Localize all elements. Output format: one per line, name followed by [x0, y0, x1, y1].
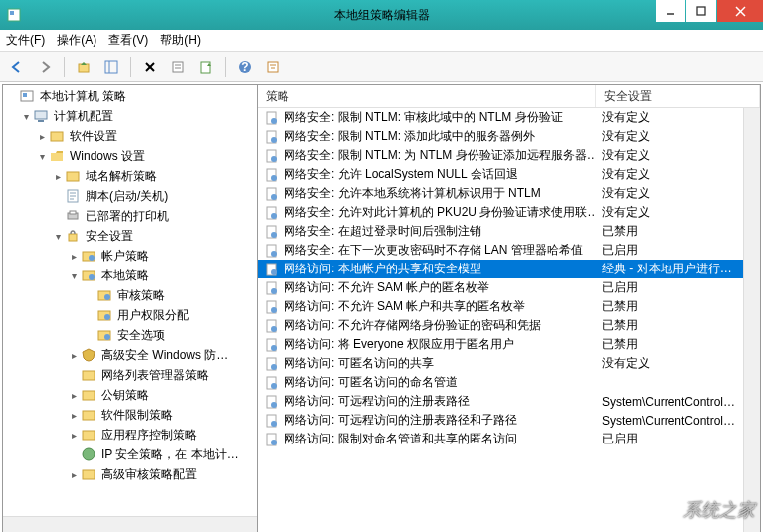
list-row[interactable]: 网络安全: 在超过登录时间后强制注销已禁用: [258, 222, 760, 241]
list-row[interactable]: 网络访问: 可匿名访问的共享没有定义: [258, 354, 760, 373]
show-tree-button[interactable]: [100, 56, 122, 78]
list-row[interactable]: 网络安全: 限制 NTLM: 审核此域中的 NTLM 身份验证没有定义: [258, 108, 760, 127]
delete-button[interactable]: [139, 56, 161, 78]
collapse-icon[interactable]: ▾: [67, 270, 81, 281]
forward-button[interactable]: [34, 56, 56, 78]
up-button[interactable]: [73, 56, 95, 78]
folder-icon: [65, 168, 81, 184]
back-button[interactable]: [6, 56, 28, 78]
tree-node-local-policy[interactable]: ▾ 本地策略: [3, 266, 257, 285]
list-row[interactable]: 网络访问: 不允许存储网络身份验证的密码和凭据已禁用: [258, 316, 760, 335]
policy-text: 网络安全: 限制 NTLM: 为 NTLM 身份验证添加远程服务器…: [284, 147, 596, 164]
policy-icon: [264, 413, 280, 429]
setting-cell: 经典 - 对本地用户进行…: [596, 261, 760, 277]
expand-icon[interactable]: ▸: [67, 251, 81, 262]
collapse-icon[interactable]: ▾: [19, 111, 33, 122]
list-row[interactable]: 网络访问: 可远程访问的注册表路径和子路径System\CurrentContr…: [258, 411, 760, 430]
list-row[interactable]: 网络安全: 允许对此计算机的 PKU2U 身份验证请求使用联…没有定义: [258, 203, 760, 222]
tree-node-user-rights[interactable]: ▸ 用户权限分配: [3, 305, 257, 325]
tree-node-deployed-printers[interactable]: ▸ 已部署的打印机: [3, 206, 257, 226]
policy-icon: [264, 224, 280, 240]
tree-node-nlm-policy[interactable]: ▸ 网络列表管理器策略: [3, 365, 257, 385]
list-header: 策略 安全设置: [258, 85, 760, 108]
list-row[interactable]: 网络安全: 允许 LocalSystem NULL 会话回退没有定义: [258, 165, 760, 184]
tree-node-computer-config[interactable]: ▾ 计算机配置: [3, 106, 257, 126]
policy-text: 网络安全: 在超过登录时间后强制注销: [284, 223, 481, 240]
tree-node-app-control[interactable]: ▸ 应用程序控制策略: [3, 425, 257, 444]
tree-node-name-resolution[interactable]: ▸ 域名解析策略: [3, 166, 257, 186]
list-row[interactable]: 网络安全: 限制 NTLM: 添加此域中的服务器例外没有定义: [258, 127, 760, 146]
setting-cell: 没有定义: [596, 204, 760, 221]
tree-node-windows-settings[interactable]: ▾ Windows 设置: [3, 146, 257, 166]
list-row[interactable]: 网络访问: 可匿名访问的命名管道: [258, 373, 760, 392]
help-button[interactable]: ?: [234, 56, 256, 78]
collapse-icon[interactable]: ▾: [51, 231, 65, 242]
expand-icon[interactable]: ▸: [67, 390, 81, 401]
policy-folder-icon: [81, 248, 96, 264]
setting-cell: 没有定义: [596, 128, 760, 145]
tree-node-scripts[interactable]: ▸ 脚本(启动/关机): [3, 186, 257, 206]
close-button[interactable]: [717, 0, 763, 22]
expand-icon[interactable]: ▸: [35, 131, 49, 142]
list-pane[interactable]: 策略 安全设置 网络安全: 限制 NTLM: 审核此域中的 NTLM 身份验证没…: [258, 85, 760, 532]
policy-text: 网络访问: 本地帐户的共享和安全模型: [284, 261, 481, 277]
filter-button[interactable]: [262, 56, 284, 78]
menu-action[interactable]: 操作(A): [57, 32, 96, 49]
tree-pane[interactable]: ▸ 本地计算机 策略 ▾ 计算机配置 ▸ 软件设置 ▾ Windows 设置 ▸: [3, 85, 258, 532]
expand-icon[interactable]: ▸: [67, 410, 81, 421]
expand-icon[interactable]: ▸: [51, 171, 65, 182]
tree-node-account-policy[interactable]: ▸ 帐户策略: [3, 246, 257, 266]
minimize-button[interactable]: [656, 0, 685, 22]
maximize-button[interactable]: [686, 0, 716, 22]
menu-view[interactable]: 查看(V): [108, 32, 148, 49]
policy-text: 网络安全: 允许对此计算机的 PKU2U 身份验证请求使用联…: [284, 204, 596, 221]
svg-rect-7: [105, 61, 117, 73]
tree-node-audit-policy[interactable]: ▸ 审核策略: [3, 285, 257, 305]
properties-button[interactable]: [167, 56, 189, 78]
tree-node-security-options[interactable]: ▸ 安全选项: [3, 325, 257, 345]
tree-horizontal-scrollbar[interactable]: [3, 516, 257, 532]
expand-icon[interactable]: ▸: [67, 469, 81, 480]
export-button[interactable]: [195, 56, 217, 78]
tree-node-ip-sec[interactable]: ▸ IP 安全策略，在 本地计…: [3, 444, 257, 464]
list-row[interactable]: 网络访问: 不允许 SAM 帐户的匿名枚举已启用: [258, 278, 760, 297]
tree-node-sw-restrict[interactable]: ▸ 软件限制策略: [3, 405, 257, 425]
list-row[interactable]: 网络访问: 本地帐户的共享和安全模型经典 - 对本地用户进行…: [258, 260, 760, 278]
setting-cell: 没有定义: [596, 147, 760, 164]
tree-label: 计算机配置: [52, 107, 115, 126]
app-icon: [0, 7, 28, 23]
tree-label: IP 安全策略，在 本地计…: [99, 445, 241, 464]
column-header-setting[interactable]: 安全设置: [596, 85, 760, 107]
policy-icon: [264, 318, 280, 334]
svg-point-55: [271, 194, 277, 200]
folder-icon: [81, 387, 96, 403]
tree-node-adv-audit[interactable]: ▸ 高级审核策略配置: [3, 464, 257, 484]
expand-icon[interactable]: ▸: [67, 430, 81, 441]
list-row[interactable]: 网络安全: 限制 NTLM: 为 NTLM 身份验证添加远程服务器…没有定义: [258, 146, 760, 165]
collapse-icon[interactable]: ▾: [35, 151, 49, 162]
expand-icon[interactable]: ▸: [67, 350, 81, 361]
menu-file[interactable]: 文件(F): [6, 32, 45, 49]
policy-cell: 网络访问: 不允许存储网络身份验证的密码和凭据: [258, 317, 596, 334]
tree-label: 已部署的打印机: [84, 207, 171, 226]
tree-node-pubkey-policy[interactable]: ▸ 公钥策略: [3, 385, 257, 405]
list-row[interactable]: 网络安全: 在下一次更改密码时不存储 LAN 管理器哈希值已启用: [258, 241, 760, 260]
list-row[interactable]: 网络访问: 可远程访问的注册表路径System\CurrentControl…: [258, 392, 760, 411]
policy-folder-icon: [81, 267, 96, 283]
column-header-policy[interactable]: 策略: [258, 85, 596, 107]
setting-cell: 已启用: [596, 242, 760, 259]
tree-node-software-settings[interactable]: ▸ 软件设置: [3, 126, 257, 146]
list-row[interactable]: 网络访问: 限制对命名管道和共享的匿名访问已启用: [258, 430, 760, 448]
list-vertical-scrollbar[interactable]: [743, 108, 760, 532]
window-controls: [655, 0, 763, 22]
folder-icon: [49, 128, 65, 144]
policy-cell: 网络访问: 可匿名访问的共享: [258, 355, 596, 372]
main-panes: ▸ 本地计算机 策略 ▾ 计算机配置 ▸ 软件设置 ▾ Windows 设置 ▸: [2, 84, 761, 532]
list-row[interactable]: 网络访问: 不允许 SAM 帐户和共享的匿名枚举已禁用: [258, 297, 760, 316]
tree-node-root[interactable]: ▸ 本地计算机 策略: [3, 87, 257, 106]
list-row[interactable]: 网络安全: 允许本地系统将计算机标识用于 NTLM没有定义: [258, 184, 760, 203]
menu-help[interactable]: 帮助(H): [160, 32, 201, 49]
list-row[interactable]: 网络访问: 将 Everyone 权限应用于匿名用户已禁用: [258, 335, 760, 354]
tree-node-adv-firewall[interactable]: ▸ 高级安全 Windows 防…: [3, 345, 257, 365]
tree-node-security-settings[interactable]: ▾ 安全设置: [3, 226, 257, 246]
